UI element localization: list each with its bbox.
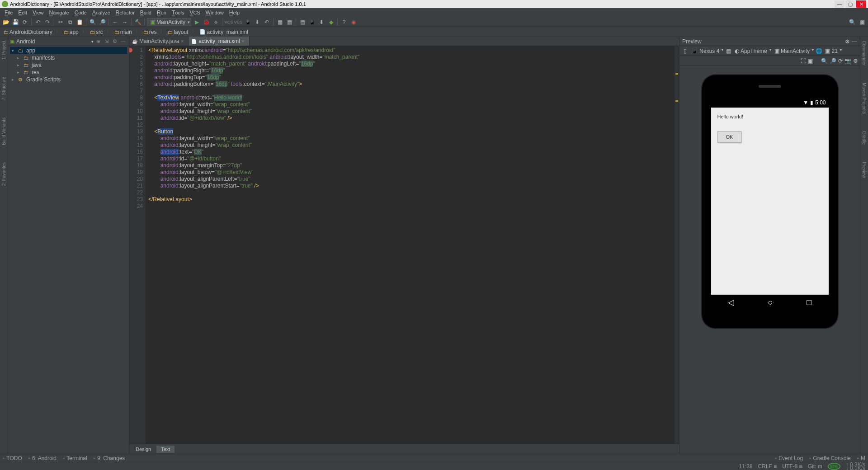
- copy-icon[interactable]: ⧉: [66, 18, 74, 26]
- menu-edit[interactable]: Edit: [15, 9, 30, 16]
- activity-combo[interactable]: ▣ MainActivity: [773, 47, 814, 55]
- editor-tab-mainactivity-java[interactable]: ☕MainActivity.java×: [129, 37, 189, 46]
- avd2-icon[interactable]: 📱: [308, 18, 316, 26]
- attach-icon[interactable]: ⎆: [212, 18, 220, 26]
- file-encoding[interactable]: UTF-8 ≡: [782, 463, 802, 470]
- menu-vcs[interactable]: VCS: [187, 9, 203, 16]
- help-icon[interactable]: ?: [340, 18, 348, 26]
- search-everywhere-icon[interactable]: 🔍: [848, 18, 856, 26]
- editor-tab-activity_main-xml[interactable]: 📄activity_main.xml×: [189, 37, 249, 46]
- run-icon[interactable]: ▶: [193, 18, 201, 26]
- vcs-update-icon[interactable]: VCS: [234, 18, 242, 26]
- menu-code[interactable]: Code: [72, 9, 90, 16]
- bottom-tab-m[interactable]: ▫M: [857, 455, 865, 461]
- zoom-actual-icon[interactable]: ▣: [808, 58, 813, 64]
- menu-analyze[interactable]: Analyze: [90, 9, 113, 16]
- line-separator[interactable]: CRLF ≡: [758, 463, 777, 470]
- debug-icon[interactable]: 🐞: [202, 18, 210, 26]
- menu-navigate[interactable]: Navigate: [47, 9, 72, 16]
- left-tab-project[interactable]: 1: Project: [1, 39, 6, 61]
- tree-node-java[interactable]: ▸🗀java: [10, 61, 127, 69]
- refresh-icon[interactable]: ⟳: [838, 58, 843, 64]
- tree-node-gradle-scripts[interactable]: ▸⚙Gradle Scripts: [10, 76, 127, 83]
- run-config-combo[interactable]: ▣MainActivity: [147, 18, 191, 26]
- gear-icon[interactable]: ⚙: [113, 38, 119, 45]
- monitor2-icon[interactable]: ▦: [285, 18, 293, 26]
- minimize-button[interactable]: —: [835, 0, 844, 8]
- right-tab-gradle[interactable]: Gradle: [862, 129, 867, 146]
- bottom-tab-changes[interactable]: ▫9: Changes: [94, 455, 125, 461]
- left-tab-buildvariants[interactable]: Build Variants: [1, 116, 6, 147]
- right-tab-preview[interactable]: Preview: [862, 160, 867, 180]
- toolwindow-icon[interactable]: ▣: [858, 18, 866, 26]
- back-icon[interactable]: ←: [111, 18, 119, 26]
- left-tab-structure[interactable]: 7: Structure: [1, 75, 6, 102]
- crumb-main[interactable]: 🗀main: [113, 29, 134, 35]
- collapse-all-icon[interactable]: ⇲: [104, 38, 111, 45]
- left-tab-favorites[interactable]: 2: Favorites: [1, 160, 6, 188]
- orientation-icon[interactable]: ▯: [681, 47, 689, 55]
- tree-node-app[interactable]: ▾🗀app: [10, 47, 127, 54]
- mode-tab-text[interactable]: Text: [156, 446, 175, 453]
- mode-tab-design[interactable]: Design: [131, 446, 156, 453]
- bottom-tab-todo[interactable]: ▫TODO: [3, 455, 22, 461]
- right-tab-mavenprojects[interactable]: Maven Projects: [862, 81, 867, 116]
- menu-run[interactable]: Run: [154, 9, 169, 16]
- crumb-src[interactable]: 🗀src: [88, 29, 105, 35]
- make-icon[interactable]: 🔨: [134, 18, 142, 26]
- vcs-icon[interactable]: VCS: [225, 18, 233, 26]
- config-icon[interactable]: ▦: [725, 47, 732, 55]
- crumb-layout[interactable]: 🗀layout: [166, 29, 190, 35]
- scroll-from-source-icon[interactable]: ⊕: [96, 38, 103, 45]
- crumb-activity_main.xml[interactable]: 📄activity_main.xml: [198, 29, 250, 35]
- code-editor[interactable]: <RelativeLayout xmlns:android="http://sc…: [146, 46, 675, 444]
- git-branch[interactable]: Git: m: [808, 463, 822, 470]
- stop-icon[interactable]: ◉: [349, 18, 358, 26]
- theme-combo[interactable]: ◐ AppTheme: [733, 47, 771, 55]
- crumb-res[interactable]: 🗀res: [142, 29, 159, 35]
- bottom-tab-terminal[interactable]: ▫Terminal: [63, 455, 87, 461]
- sdk2-icon[interactable]: ⬇: [317, 18, 326, 26]
- crumb-app[interactable]: 🗀app: [62, 29, 80, 35]
- hide-icon[interactable]: —: [121, 38, 127, 45]
- android-icon[interactable]: ◆: [327, 18, 335, 26]
- zoom-out-icon[interactable]: 🔎: [830, 58, 836, 64]
- zoom-in-icon[interactable]: 🔍: [821, 58, 828, 64]
- menu-view[interactable]: View: [30, 9, 47, 16]
- right-tab-commander[interactable]: Commander: [862, 39, 867, 67]
- avd-icon[interactable]: 📱: [244, 18, 252, 26]
- preview-gear-icon[interactable]: ⚙: [845, 38, 850, 45]
- revert-icon[interactable]: ↶: [263, 18, 271, 26]
- project-view-combo[interactable]: Android: [16, 38, 35, 45]
- bottom-tab-gradleconsole[interactable]: ▫Gradle Console: [809, 455, 851, 461]
- menu-file[interactable]: File: [2, 9, 15, 16]
- redo-icon[interactable]: ↷: [43, 18, 52, 26]
- find-icon[interactable]: 🔍: [89, 18, 97, 26]
- cursor-position[interactable]: 11:38: [739, 463, 753, 470]
- bottom-tab-android[interactable]: ▫6: Android: [28, 455, 57, 461]
- editor-gutter[interactable]: 123456789101112131415161718192021222324: [129, 46, 146, 444]
- close-button[interactable]: ✕: [856, 0, 866, 8]
- menu-build[interactable]: Build: [137, 9, 154, 16]
- open-icon[interactable]: 📂: [2, 18, 10, 26]
- save-icon[interactable]: 💾: [11, 18, 19, 26]
- menu-tools[interactable]: Tools: [169, 9, 187, 16]
- crumb-androiddictionary[interactable]: 🗀AndroidDictionary: [2, 29, 54, 35]
- api-combo[interactable]: ▣ 21: [823, 47, 842, 55]
- menu-window[interactable]: Window: [203, 9, 226, 16]
- replace-icon[interactable]: 🔎: [98, 18, 106, 26]
- project-tree[interactable]: ▾🗀app▸🗀manifests▸🗀java▸🗀res▸⚙Gradle Scri…: [8, 46, 129, 454]
- maximize-button[interactable]: ▢: [845, 0, 855, 8]
- memory-indicator[interactable]: 67%: [828, 463, 840, 470]
- sdk-icon[interactable]: ⬇: [253, 18, 261, 26]
- tree-node-manifests[interactable]: ▸🗀manifests: [10, 54, 127, 61]
- ddms-icon[interactable]: ▤: [298, 18, 307, 26]
- preview-hide-icon[interactable]: —: [852, 38, 857, 45]
- menu-refactor[interactable]: Refactor: [113, 9, 137, 16]
- error-stripe[interactable]: [675, 46, 679, 444]
- forward-icon[interactable]: →: [121, 18, 129, 26]
- menu-help[interactable]: Help: [226, 9, 242, 16]
- sync-icon[interactable]: ⟳: [21, 18, 29, 26]
- zoom-fit-icon[interactable]: ⛶: [801, 58, 806, 64]
- tree-node-res[interactable]: ▸🗀res: [10, 69, 127, 76]
